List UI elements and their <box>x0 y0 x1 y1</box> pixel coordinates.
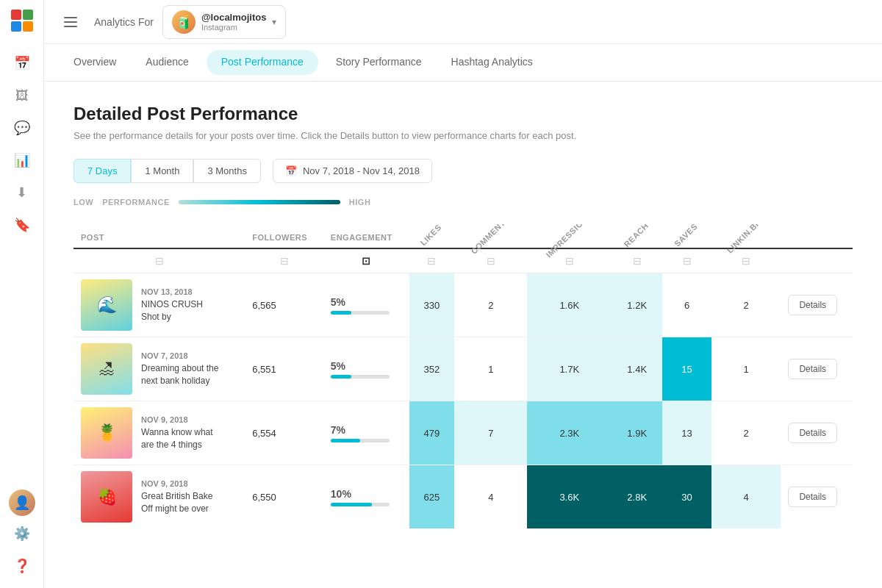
linkin-bio-cell-2: 2 <box>711 401 781 465</box>
engagement-pct-3: 10% <box>331 488 402 500</box>
review-icon: 🔖 <box>14 217 30 233</box>
engagement-pct-2: 7% <box>331 424 402 436</box>
engagement-pct-1: 5% <box>331 360 402 372</box>
tab-audience[interactable]: Audience <box>131 44 203 81</box>
filter-impressions[interactable]: ⊟ <box>527 248 612 273</box>
filter-reach[interactable]: ⊟ <box>612 248 662 273</box>
calendar-icon: 📅 <box>14 55 30 71</box>
actions-cell-0: Details <box>781 273 853 337</box>
image-icon: 🖼 <box>15 88 29 104</box>
reach-cell-2: 1.9K <box>612 401 662 465</box>
reach-cell-1: 1.4K <box>612 337 662 401</box>
engagement-pct-0: 5% <box>331 296 402 308</box>
calendar-icon: 📅 <box>285 165 297 176</box>
engagement-bar-bg-3 <box>331 503 390 506</box>
sidebar-item-analytics[interactable]: 📊 <box>7 146 37 175</box>
period-3months[interactable]: 3 Months <box>193 159 260 183</box>
comments-cell-2: 7 <box>454 401 527 465</box>
engagement-cell-2: 7% <box>323 401 409 465</box>
low-label: LOW <box>74 198 93 207</box>
account-platform: Instagram <box>201 23 267 32</box>
post-date-1: NOV 7, 2018 <box>141 351 218 360</box>
high-label: HIGH <box>349 198 371 207</box>
chevron-down-icon: ▾ <box>272 17 276 27</box>
post-thumbnail-0: 🌊 <box>81 279 132 331</box>
filter-post[interactable]: ⊟ <box>74 248 245 273</box>
hamburger-line <box>64 26 77 27</box>
performance-scale: LOW PERFORMANCE HIGH <box>74 198 853 207</box>
sidebar-item-calendar[interactable]: 📅 <box>7 49 37 78</box>
followers-cell-0: 6,565 <box>245 273 323 337</box>
gear-icon: ⚙️ <box>14 526 30 542</box>
topbar: Analytics For 🧃 @localmojitos Instagram … <box>44 0 882 44</box>
sidebar-item-review[interactable]: 🔖 <box>7 210 37 240</box>
period-1month[interactable]: 1 Month <box>131 159 193 183</box>
col-saves: SAVES <box>662 224 711 248</box>
post-date-3: NOV 9, 2018 <box>141 479 212 488</box>
col-actions <box>781 224 853 248</box>
post-date-0: NOV 13, 2018 <box>141 287 203 296</box>
sidebar-item-media[interactable]: 🖼 <box>7 81 37 110</box>
filter-engagement[interactable]: ⊡ <box>323 248 409 273</box>
filter-linkin-bio[interactable]: ⊟ <box>711 248 781 273</box>
col-linkin-bio: LINKIN.BIO <box>711 224 781 248</box>
tab-story-performance[interactable]: Story Performance <box>321 44 437 81</box>
hamburger-line <box>64 21 77 23</box>
filter-likes[interactable]: ⊟ <box>409 248 455 273</box>
sidebar-item-help[interactable]: ❓ <box>7 551 37 581</box>
engagement-cell-0: 5% <box>323 273 409 337</box>
sidebar-item-settings[interactable]: ⚙️ <box>7 519 37 548</box>
hamburger-menu[interactable] <box>59 10 82 34</box>
table-row: 🌊 NOV 13, 2018 NINOS CRUSHShot by 6,565 … <box>74 273 853 337</box>
impressions-cell-3: 3.6K <box>527 465 612 529</box>
account-avatar: 🧃 <box>172 10 196 34</box>
post-cell-0: 🌊 NOV 13, 2018 NINOS CRUSHShot by <box>74 273 245 337</box>
details-button-3[interactable]: Details <box>788 487 837 507</box>
user-avatar[interactable]: 👤 <box>9 490 35 516</box>
comments-cell-0: 2 <box>454 273 527 337</box>
likes-cell-3: 625 <box>409 465 455 529</box>
post-text-1: Dreaming about thenext bank holiday <box>141 362 218 387</box>
reach-cell-3: 2.8K <box>612 465 662 529</box>
account-selector[interactable]: 🧃 @localmojitos Instagram ▾ <box>162 5 287 39</box>
linkin-bio-cell-1: 1 <box>711 337 781 401</box>
filter-comments[interactable]: ⊟ <box>454 248 527 273</box>
engagement-bar-bg-0 <box>331 311 390 315</box>
comments-cell-1: 1 <box>454 337 527 401</box>
post-cell-2: 🍍 NOV 9, 2018 Wanna know whatare the 4 t… <box>74 401 245 465</box>
engagement-bar-fill-2 <box>331 439 360 442</box>
period-7days[interactable]: 7 Days <box>74 159 131 183</box>
col-likes: LIKES <box>409 224 455 248</box>
tab-overview[interactable]: Overview <box>59 44 131 81</box>
date-range-picker[interactable]: 📅 Nov 7, 2018 - Nov 14, 2018 <box>273 159 432 183</box>
filter-followers[interactable]: ⊟ <box>245 248 323 273</box>
saves-cell-2: 13 <box>662 401 711 465</box>
app-logo <box>9 7 35 34</box>
sidebar-item-download[interactable]: ⬇ <box>7 178 37 207</box>
saves-cell-1: 15 <box>662 337 711 401</box>
filter-saves[interactable]: ⊟ <box>662 248 711 273</box>
impressions-cell-2: 2.3K <box>527 401 612 465</box>
likes-cell-2: 479 <box>409 401 455 465</box>
thumb-emoji-3: 🍓 <box>81 471 132 523</box>
tab-hashtag-analytics[interactable]: Hashtag Analytics <box>437 44 548 81</box>
impressions-cell-0: 1.6K <box>527 273 612 337</box>
table-row: 🍍 NOV 9, 2018 Wanna know whatare the 4 t… <box>74 401 853 465</box>
post-text-3: Great British BakeOff might be over <box>141 490 212 515</box>
engagement-cell-1: 5% <box>323 337 409 401</box>
analytics-icon: 📊 <box>14 152 30 168</box>
tab-post-performance[interactable]: Post Performance <box>207 50 318 75</box>
post-thumbnail-3: 🍓 <box>81 471 132 523</box>
actions-cell-3: Details <box>781 465 853 529</box>
post-cell-1: 🏖 NOV 7, 2018 Dreaming about thenext ban… <box>74 337 245 401</box>
sidebar-item-messages[interactable]: 💬 <box>7 113 37 143</box>
likes-cell-0: 330 <box>409 273 455 337</box>
details-button-1[interactable]: Details <box>788 359 837 379</box>
engagement-bar-fill-3 <box>331 503 372 506</box>
details-button-0[interactable]: Details <box>788 295 837 315</box>
engagement-cell-3: 10% <box>323 465 409 529</box>
chat-icon: 💬 <box>14 120 30 136</box>
thumb-emoji-1: 🏖 <box>81 343 132 395</box>
details-button-2[interactable]: Details <box>788 423 837 443</box>
post-text-2: Wanna know whatare the 4 things <box>141 426 213 451</box>
